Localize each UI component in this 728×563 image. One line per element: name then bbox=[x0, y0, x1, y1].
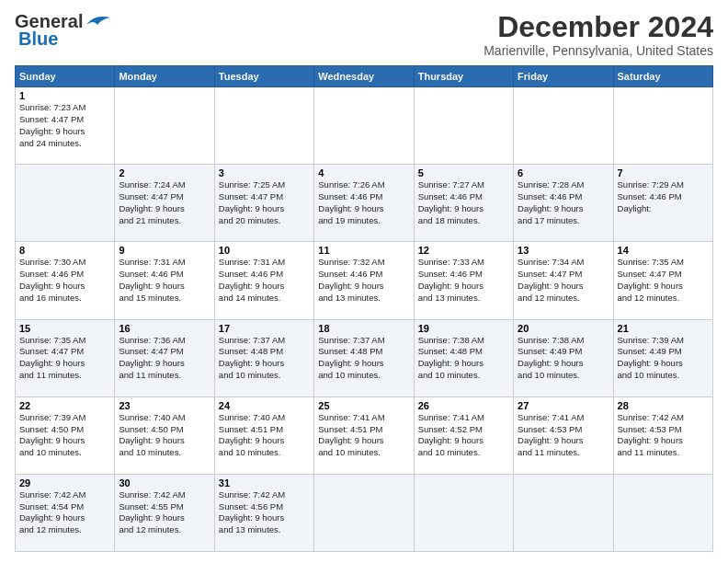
header: General Blue December 2024 Marienville, … bbox=[15, 11, 713, 58]
cal-cell: 27Sunrise: 7:41 AMSunset: 4:53 PMDayligh… bbox=[514, 396, 613, 474]
day-info: Sunrise: 7:38 AMSunset: 4:49 PMDaylight:… bbox=[518, 335, 609, 382]
day-info: Sunrise: 7:35 AMSunset: 4:47 PMDaylight:… bbox=[19, 335, 110, 382]
day-info: Sunrise: 7:37 AMSunset: 4:48 PMDaylight:… bbox=[318, 335, 409, 382]
cal-cell: 30Sunrise: 7:42 AMSunset: 4:55 PMDayligh… bbox=[115, 474, 214, 551]
day-info: Sunrise: 7:26 AMSunset: 4:46 PMDaylight:… bbox=[318, 179, 409, 226]
cal-cell: 18Sunrise: 7:37 AMSunset: 4:48 PMDayligh… bbox=[314, 319, 414, 396]
day-number: 20 bbox=[518, 323, 609, 334]
day-number: 18 bbox=[318, 323, 409, 334]
day-number: 1 bbox=[19, 90, 110, 101]
logo-bird-icon bbox=[85, 12, 112, 29]
day-info: Sunrise: 7:40 AMSunset: 4:50 PMDaylight:… bbox=[119, 412, 210, 459]
week-row-2: 8Sunrise: 7:30 AMSunset: 4:46 PMDaylight… bbox=[16, 242, 713, 319]
day-number: 4 bbox=[318, 167, 409, 178]
day-info: Sunrise: 7:32 AMSunset: 4:46 PMDaylight:… bbox=[318, 257, 409, 304]
cal-cell: 26Sunrise: 7:41 AMSunset: 4:52 PMDayligh… bbox=[414, 396, 513, 474]
day-info: Sunrise: 7:29 AMSunset: 4:46 PMDaylight: bbox=[618, 179, 709, 214]
day-info: Sunrise: 7:31 AMSunset: 4:46 PMDaylight:… bbox=[219, 257, 310, 304]
day-info: Sunrise: 7:42 AMSunset: 4:55 PMDaylight:… bbox=[119, 489, 210, 536]
week-row-1: 2Sunrise: 7:24 AMSunset: 4:47 PMDaylight… bbox=[16, 165, 713, 242]
day-number: 27 bbox=[518, 400, 609, 411]
logo: General Blue bbox=[15, 11, 112, 50]
cal-cell: 4Sunrise: 7:26 AMSunset: 4:46 PMDaylight… bbox=[314, 165, 414, 242]
day-info: Sunrise: 7:31 AMSunset: 4:46 PMDaylight:… bbox=[119, 257, 210, 304]
cal-cell: 20Sunrise: 7:38 AMSunset: 4:49 PMDayligh… bbox=[514, 319, 613, 396]
location: Marienville, Pennsylvania, United States bbox=[483, 43, 713, 58]
cal-cell bbox=[314, 87, 414, 165]
day-number: 17 bbox=[219, 323, 310, 334]
cal-cell bbox=[115, 87, 214, 165]
day-info: Sunrise: 7:41 AMSunset: 4:53 PMDaylight:… bbox=[518, 412, 609, 459]
col-header-tuesday: Tuesday bbox=[214, 66, 313, 87]
day-info: Sunrise: 7:27 AMSunset: 4:46 PMDaylight:… bbox=[418, 179, 509, 226]
day-number: 11 bbox=[318, 245, 409, 256]
day-info: Sunrise: 7:42 AMSunset: 4:53 PMDaylight:… bbox=[618, 412, 709, 459]
day-number: 12 bbox=[418, 245, 509, 256]
cal-cell: 19Sunrise: 7:38 AMSunset: 4:48 PMDayligh… bbox=[414, 319, 513, 396]
day-number: 25 bbox=[318, 400, 409, 411]
col-header-monday: Monday bbox=[115, 66, 214, 87]
cal-cell: 3Sunrise: 7:25 AMSunset: 4:47 PMDaylight… bbox=[214, 165, 313, 242]
col-header-sunday: Sunday bbox=[16, 66, 115, 87]
cal-cell: 12Sunrise: 7:33 AMSunset: 4:46 PMDayligh… bbox=[414, 242, 513, 319]
cal-cell: 16Sunrise: 7:36 AMSunset: 4:47 PMDayligh… bbox=[115, 319, 214, 396]
day-number: 3 bbox=[219, 167, 310, 178]
cal-cell: 28Sunrise: 7:42 AMSunset: 4:53 PMDayligh… bbox=[613, 396, 712, 474]
cal-cell: 10Sunrise: 7:31 AMSunset: 4:46 PMDayligh… bbox=[214, 242, 313, 319]
day-info: Sunrise: 7:28 AMSunset: 4:46 PMDaylight:… bbox=[518, 179, 609, 226]
day-number: 23 bbox=[119, 400, 210, 411]
day-info: Sunrise: 7:23 AMSunset: 4:47 PMDaylight:… bbox=[19, 102, 110, 149]
day-number: 29 bbox=[19, 477, 110, 488]
cal-cell bbox=[613, 474, 712, 551]
cal-cell bbox=[314, 474, 414, 551]
cal-cell: 6Sunrise: 7:28 AMSunset: 4:46 PMDaylight… bbox=[514, 165, 613, 242]
day-number: 30 bbox=[119, 477, 210, 488]
week-row-3: 15Sunrise: 7:35 AMSunset: 4:47 PMDayligh… bbox=[16, 319, 713, 396]
cal-cell: 31Sunrise: 7:42 AMSunset: 4:56 PMDayligh… bbox=[214, 474, 313, 551]
day-number: 15 bbox=[19, 323, 110, 334]
day-number: 2 bbox=[119, 167, 210, 178]
day-info: Sunrise: 7:39 AMSunset: 4:50 PMDaylight:… bbox=[19, 412, 110, 459]
day-info: Sunrise: 7:36 AMSunset: 4:47 PMDaylight:… bbox=[119, 335, 210, 382]
cal-cell: 24Sunrise: 7:40 AMSunset: 4:51 PMDayligh… bbox=[214, 396, 313, 474]
week-row-0: 1Sunrise: 7:23 AMSunset: 4:47 PMDaylight… bbox=[16, 87, 713, 165]
day-info: Sunrise: 7:24 AMSunset: 4:47 PMDaylight:… bbox=[119, 179, 210, 226]
cal-cell bbox=[613, 87, 712, 165]
day-number: 31 bbox=[219, 477, 310, 488]
day-info: Sunrise: 7:42 AMSunset: 4:56 PMDaylight:… bbox=[219, 489, 310, 536]
cal-cell: 7Sunrise: 7:29 AMSunset: 4:46 PMDaylight… bbox=[613, 165, 712, 242]
cal-cell: 15Sunrise: 7:35 AMSunset: 4:47 PMDayligh… bbox=[16, 319, 115, 396]
day-number: 28 bbox=[618, 400, 709, 411]
logo-blue: Blue bbox=[18, 29, 58, 50]
day-info: Sunrise: 7:39 AMSunset: 4:49 PMDaylight:… bbox=[618, 335, 709, 382]
cal-cell: 9Sunrise: 7:31 AMSunset: 4:46 PMDaylight… bbox=[115, 242, 214, 319]
day-number: 26 bbox=[418, 400, 509, 411]
day-number: 16 bbox=[119, 323, 210, 334]
day-info: Sunrise: 7:38 AMSunset: 4:48 PMDaylight:… bbox=[418, 335, 509, 382]
page: General Blue December 2024 Marienville, … bbox=[0, 0, 728, 563]
day-info: Sunrise: 7:37 AMSunset: 4:48 PMDaylight:… bbox=[219, 335, 310, 382]
col-header-saturday: Saturday bbox=[613, 66, 712, 87]
cal-cell: 5Sunrise: 7:27 AMSunset: 4:46 PMDaylight… bbox=[414, 165, 513, 242]
title-block: December 2024 Marienville, Pennsylvania,… bbox=[483, 11, 713, 58]
col-header-thursday: Thursday bbox=[414, 66, 513, 87]
week-row-4: 22Sunrise: 7:39 AMSunset: 4:50 PMDayligh… bbox=[16, 396, 713, 474]
cal-cell bbox=[414, 87, 513, 165]
cal-cell bbox=[414, 474, 513, 551]
day-info: Sunrise: 7:25 AMSunset: 4:47 PMDaylight:… bbox=[219, 179, 310, 226]
cal-cell bbox=[16, 165, 115, 242]
day-number: 21 bbox=[618, 323, 709, 334]
day-info: Sunrise: 7:41 AMSunset: 4:51 PMDaylight:… bbox=[318, 412, 409, 459]
day-number: 7 bbox=[618, 167, 709, 178]
month-title: December 2024 bbox=[483, 11, 713, 43]
day-number: 13 bbox=[518, 245, 609, 256]
cal-cell: 13Sunrise: 7:34 AMSunset: 4:47 PMDayligh… bbox=[514, 242, 613, 319]
day-number: 8 bbox=[19, 245, 110, 256]
cal-cell: 17Sunrise: 7:37 AMSunset: 4:48 PMDayligh… bbox=[214, 319, 313, 396]
day-info: Sunrise: 7:30 AMSunset: 4:46 PMDaylight:… bbox=[19, 257, 110, 304]
cal-cell: 2Sunrise: 7:24 AMSunset: 4:47 PMDaylight… bbox=[115, 165, 214, 242]
day-number: 6 bbox=[518, 167, 609, 178]
cal-cell: 1Sunrise: 7:23 AMSunset: 4:47 PMDaylight… bbox=[16, 87, 115, 165]
cal-cell: 22Sunrise: 7:39 AMSunset: 4:50 PMDayligh… bbox=[16, 396, 115, 474]
cal-cell: 29Sunrise: 7:42 AMSunset: 4:54 PMDayligh… bbox=[16, 474, 115, 551]
